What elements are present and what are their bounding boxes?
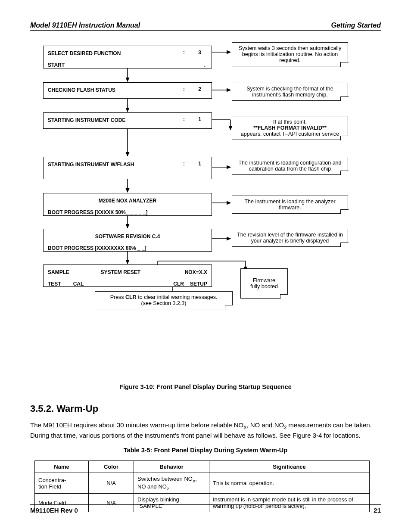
th-color: Color	[89, 461, 134, 473]
footer-right: 21	[374, 507, 381, 514]
lcd-start: START	[48, 62, 65, 68]
td-color: N/A	[89, 473, 134, 494]
lcd-dot: .	[204, 62, 206, 68]
callout-text: The instrument is loading the analyzer f…	[244, 199, 335, 211]
callout-booted: Firmware fully booted	[240, 268, 288, 299]
callout-init: System waits 3 seconds then automaticall…	[232, 42, 348, 66]
callout-revision: The revision level of the firmware insta…	[232, 229, 348, 247]
lcd-text: CHECKING FLASH STATUS	[48, 87, 115, 93]
p-text: , NO and NO	[246, 421, 284, 429]
lcd-starting-code: STARTING INSTRUMENT CODE : 1	[43, 112, 212, 129]
th-behavior: Behavior	[134, 461, 209, 473]
callout-bold: **FLASH FORMAT INVALID**	[253, 125, 327, 131]
section-heading: 3.5.2. Warm-Up	[30, 403, 381, 414]
td-name: Concentra- tion Field	[35, 473, 89, 494]
callout-text: appears, contact T–API customer service	[241, 131, 339, 137]
figure-caption: Figure 3-10: Front Panel Display During …	[30, 383, 381, 390]
lcd-text: BOOT PROGRESS [XXXXX 50%_ _ _ _ _]	[48, 209, 147, 215]
lcd-test: TEST	[48, 281, 61, 287]
callout-loading-firmware: The instrument is loading the analyzer f…	[232, 196, 348, 214]
callout-text: The instrument is loading configuration …	[238, 160, 341, 172]
callout-text: System waits 3 seconds then automaticall…	[239, 45, 341, 63]
header-left: Model 9110EH Instruction Manual	[30, 22, 140, 29]
callout-flash-check: System is checking the format of the ins…	[232, 83, 348, 101]
th-significance: Significance	[209, 461, 370, 473]
lcd-cal: CAL	[73, 281, 84, 287]
header-right: Getting Started	[331, 22, 381, 29]
lcd-checking-flash: CHECKING FLASH STATUS : 2	[43, 82, 212, 99]
table-header-row: Name Color Behavior Significance	[35, 461, 370, 473]
callout-loading-config: The instrument is loading configuration …	[232, 157, 348, 175]
page-footer: M9110EH Rev 0 21	[30, 504, 381, 514]
lcd-count: : 1	[183, 116, 207, 122]
lcd-text: SELECT DESIRED FUNCTION	[48, 50, 121, 56]
lcd-boot-80: SOFTWARE REVISION C.4 BOOT PROGRESS [XXX…	[43, 229, 212, 252]
page-header: Model 9110EH Instruction Manual Getting …	[30, 22, 381, 31]
lcd-count: : 1	[183, 161, 207, 167]
lcd-text: BOOT PROGRESS [XXXXXXXX 80% _ _]	[48, 245, 146, 251]
callout-bold: CLR	[125, 294, 137, 300]
footer-left: M9110EH Rev 0	[30, 507, 78, 514]
callout-text: to clear initial warning messages. (see …	[138, 294, 217, 306]
lcd-count: : 3	[183, 50, 207, 56]
lcd-text: STARTING INSTRUMENT CODE	[48, 117, 125, 123]
callout-text: System is checking the format of the ins…	[246, 86, 333, 98]
lcd-text: STARTING INSTRUMENT W/FLASH	[48, 162, 134, 168]
callout-flash-invalid: If at this point, **FLASH FORMAT INVALID…	[232, 116, 348, 140]
td-behavior: Switches between NOX, NO and NO2	[134, 473, 209, 494]
table-caption: Table 3-5: Front Panel Display During Sy…	[30, 447, 381, 454]
lcd-system-reset: SYSTEM RESET	[100, 269, 140, 275]
lcd-starting-wflash: STARTING INSTRUMENT W/FLASH : 1	[43, 157, 212, 179]
lcd-clr: CLR	[173, 281, 184, 287]
callout-text: If at this point,	[273, 119, 307, 125]
lcd-text: M200E NOX ANALYZER	[99, 198, 156, 204]
warmup-paragraph: The M9110EH requires about 30 minutes wa…	[30, 420, 381, 440]
lcd-nox: NOX=X.X	[185, 269, 207, 275]
td-significance: This is normal operation.	[209, 473, 370, 494]
lcd-count: : 2	[183, 86, 207, 92]
lcd-final: SAMPLE SYSTEM RESET NOX=X.X TEST CAL CLR…	[43, 264, 212, 287]
p-text: The M9110EH requires about 30 minutes wa…	[30, 421, 243, 429]
lcd-setup: SETUP	[190, 281, 207, 287]
callout-press-clr: Press CLR to clear initial warning messa…	[95, 291, 233, 309]
lcd-boot-50: M200E NOX ANALYZER BOOT PROGRESS [XXXXX …	[43, 193, 212, 216]
callout-text: Press	[110, 294, 124, 300]
table-row: Concentra- tion Field N/A Switches betwe…	[35, 473, 370, 494]
callout-text: The revision level of the firmware insta…	[237, 232, 343, 244]
th-name: Name	[35, 461, 89, 473]
callout-text: Firmware fully booted	[250, 277, 278, 289]
lcd-text: SOFTWARE REVISION C.4	[95, 233, 160, 240]
lcd-sample: SAMPLE	[48, 269, 69, 275]
startup-diagram: SELECT DESIRED FUNCTION : 3 START . CHEC…	[39, 46, 381, 376]
lcd-select-function: SELECT DESIRED FUNCTION : 3 START .	[43, 46, 212, 68]
